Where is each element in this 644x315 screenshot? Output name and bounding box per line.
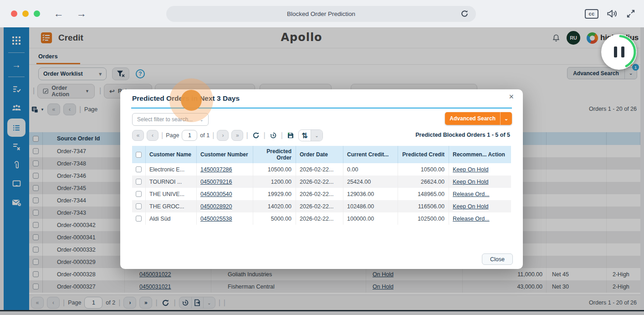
prev-page-button[interactable]: ‹ bbox=[147, 130, 158, 141]
recording-pause-button[interactable] bbox=[601, 34, 637, 70]
recommended-action-link[interactable]: Keep On Hold bbox=[453, 203, 489, 210]
browser-back-icon[interactable]: ← bbox=[54, 7, 64, 20]
modal-pagination: « ‹ | Page of 1 | › » | | | ⇅ ⌄ bbox=[132, 129, 323, 141]
history-icon[interactable] bbox=[268, 129, 278, 141]
speaker-icon[interactable] bbox=[607, 9, 618, 18]
fullscreen-icon[interactable] bbox=[626, 9, 636, 19]
browser-right-controls: cc bbox=[585, 0, 636, 27]
page-title: Blocked Order Prediction bbox=[287, 10, 355, 17]
recommended-action-link[interactable]: Keep On Hold bbox=[453, 166, 489, 173]
customer-number-link[interactable]: 0450028920 bbox=[200, 203, 232, 210]
modal-advanced-search-button[interactable]: Advanced Search ⌄ bbox=[445, 112, 512, 125]
predicted-row[interactable]: THE UNIVE... 0450030540 19929.00 2026-02… bbox=[132, 188, 511, 200]
customer-number-link[interactable]: 0450030540 bbox=[200, 191, 232, 197]
window-minimize-button[interactable] bbox=[22, 10, 29, 17]
window-maximize-button[interactable] bbox=[34, 10, 40, 17]
row-checkbox[interactable] bbox=[136, 191, 142, 197]
first-page-button[interactable]: « bbox=[132, 130, 144, 141]
customer-number-link[interactable]: 0450079216 bbox=[200, 179, 232, 185]
recommended-action-link[interactable]: Release Ord... bbox=[453, 216, 490, 222]
address-bar[interactable]: Blocked Order Prediction bbox=[166, 6, 476, 22]
window-close-button[interactable] bbox=[11, 10, 17, 17]
browser-bar: ← → Blocked Order Prediction cc bbox=[0, 0, 644, 27]
close-button[interactable]: Close bbox=[482, 253, 513, 265]
click-highlight-dot bbox=[181, 90, 202, 111]
row-checkbox[interactable] bbox=[136, 216, 142, 222]
sort-icon[interactable]: ⇅ bbox=[299, 130, 311, 141]
predicted-row[interactable]: TOURNOI ... 0450079216 1200.00 2026-02-2… bbox=[132, 176, 511, 188]
reload-icon[interactable] bbox=[460, 10, 469, 18]
predicted-row[interactable]: Electronic E... 1450037286 10500.00 2026… bbox=[132, 163, 511, 176]
chevron-down-icon: ⌄ bbox=[501, 116, 512, 122]
page-label: Page bbox=[166, 132, 179, 139]
row-checkbox[interactable] bbox=[136, 166, 142, 172]
row-checkbox[interactable] bbox=[136, 203, 142, 209]
close-icon[interactable]: × bbox=[509, 92, 514, 102]
predicted-table-header: Customer Name Customer Number Predicted … bbox=[132, 146, 511, 163]
page-of-label: of 1 bbox=[200, 132, 210, 139]
save-icon[interactable] bbox=[286, 129, 296, 141]
predicted-row[interactable]: THE GROC... 0450028920 14020.00 2026-02-… bbox=[132, 200, 511, 212]
last-page-button[interactable]: » bbox=[231, 130, 243, 141]
customer-number-link[interactable]: 0450025538 bbox=[200, 216, 232, 222]
modal-records-count: Predicted Blocked Orders 1 - 5 of 5 bbox=[415, 132, 510, 138]
refresh-icon[interactable] bbox=[251, 129, 261, 141]
recommended-action-link[interactable]: Release Ord... bbox=[453, 191, 490, 197]
browser-forward-icon[interactable]: → bbox=[77, 7, 87, 20]
page-input[interactable] bbox=[182, 130, 197, 141]
predicted-orders-table: Customer Name Customer Number Predicted … bbox=[132, 146, 511, 225]
select-all-checkbox[interactable] bbox=[136, 152, 142, 158]
customer-number-link[interactable]: 1450037286 bbox=[200, 166, 232, 173]
row-checkbox[interactable] bbox=[136, 179, 142, 185]
next-page-button[interactable]: › bbox=[217, 130, 229, 141]
screen: ← → Blocked Order Prediction cc → bbox=[0, 0, 644, 315]
predicted-row[interactable]: Aldi Süd 0450025538 5000.00 2026-02-22..… bbox=[132, 212, 511, 225]
closed-captions-icon[interactable]: cc bbox=[585, 9, 598, 19]
recording-progress-arc bbox=[601, 34, 637, 70]
sort-options-chevron-icon[interactable]: ⌄ bbox=[311, 130, 322, 141]
recommended-action-link[interactable]: Keep On Hold bbox=[453, 179, 489, 185]
